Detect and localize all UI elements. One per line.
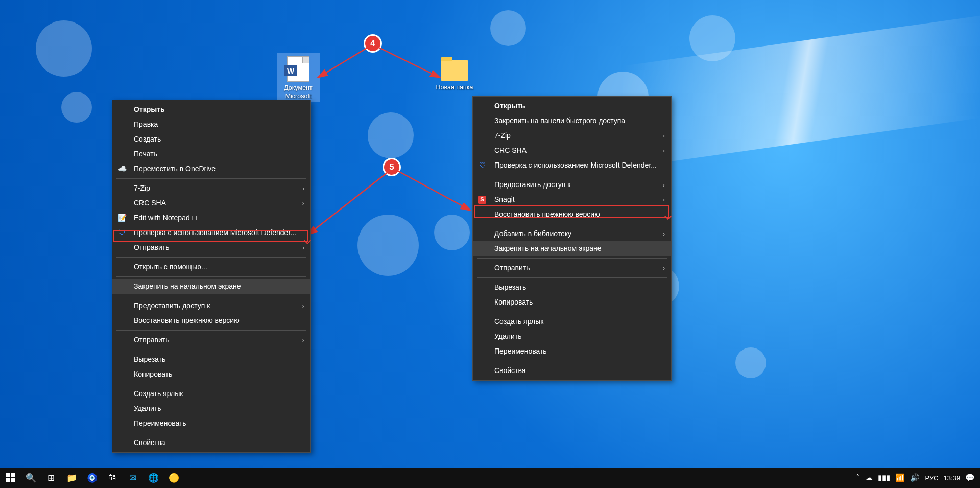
menu-defender[interactable]: 🛡 Проверка с использованием Microsoft De… bbox=[473, 158, 671, 173]
onedrive-icon: ☁️ bbox=[117, 165, 127, 174]
taskbar-app-mail[interactable]: ✉ bbox=[123, 468, 143, 488]
language-indicator[interactable]: РУС bbox=[925, 474, 938, 482]
menu-open-with[interactable]: Открыть с помощью... bbox=[112, 260, 310, 274]
menu-create[interactable]: Создать bbox=[112, 132, 310, 147]
menu-send[interactable]: Отправить› bbox=[112, 240, 310, 255]
menu-grant-access[interactable]: Предоставить доступ к› bbox=[112, 298, 310, 313]
chevron-right-icon: › bbox=[663, 131, 665, 141]
menu-send-to[interactable]: Отправить› bbox=[112, 333, 310, 347]
menu-properties[interactable]: Свойства bbox=[112, 435, 310, 450]
menu-7zip[interactable]: 7-Zip› bbox=[473, 128, 671, 143]
menu-rename[interactable]: Переименовать bbox=[473, 344, 671, 359]
taskbar: 🔍 ⊞ 📁 🧿 🛍 ✉ 🌐 🟡 ˄ ☁ ▮▮▮ 📶 🔊 РУС 13:39 💬 bbox=[0, 468, 980, 488]
chevron-right-icon: › bbox=[663, 180, 665, 190]
annotation-badge-4: 4 bbox=[365, 36, 380, 51]
search-button[interactable]: 🔍 bbox=[20, 468, 41, 488]
defender-shield-icon: 🛡 bbox=[478, 161, 487, 170]
menu-notepadpp[interactable]: 📝 Edit with Notepad++ bbox=[112, 211, 310, 225]
menu-pin-to-start[interactable]: Закрепить на начальном экране bbox=[112, 279, 310, 294]
defender-shield-icon: 🛡 bbox=[117, 228, 127, 238]
task-view-button[interactable]: ⊞ bbox=[41, 468, 61, 488]
task-view-icon: ⊞ bbox=[47, 473, 55, 483]
menu-copy[interactable]: Копировать bbox=[112, 367, 310, 382]
chevron-right-icon: › bbox=[663, 195, 665, 205]
menu-copy[interactable]: Копировать bbox=[473, 295, 671, 310]
chevron-right-icon: › bbox=[302, 335, 304, 345]
menu-send-to[interactable]: Отправить› bbox=[473, 261, 671, 275]
file-explorer-icon: 📁 bbox=[66, 473, 77, 483]
clock[interactable]: 13:39 bbox=[943, 474, 960, 482]
menu-open[interactable]: Открыть bbox=[112, 102, 310, 117]
start-button[interactable] bbox=[0, 468, 20, 488]
svg-rect-7 bbox=[11, 478, 15, 482]
menu-delete[interactable]: Удалить bbox=[112, 401, 310, 416]
action-center-icon[interactable]: 💬 bbox=[965, 473, 975, 482]
menu-delete[interactable]: Удалить bbox=[473, 329, 671, 344]
menu-restore-prev[interactable]: Восстановить прежнюю версию bbox=[473, 207, 671, 222]
svg-rect-4 bbox=[6, 473, 10, 477]
chevron-right-icon: › bbox=[663, 229, 665, 239]
taskbar-app-chrome[interactable]: 🟡 bbox=[163, 468, 184, 488]
search-icon: 🔍 bbox=[26, 473, 36, 483]
chevron-right-icon: › bbox=[663, 263, 665, 273]
context-menu-folder: Открыть Закрепить на панели быстрого дос… bbox=[472, 96, 672, 381]
chevron-right-icon: › bbox=[663, 146, 665, 156]
menu-7zip[interactable]: 7-Zip› bbox=[112, 181, 310, 196]
snagit-icon: S bbox=[478, 196, 486, 204]
menu-onedrive[interactable]: ☁️ Переместить в OneDrive bbox=[112, 161, 310, 176]
desktop-icon-word-doc[interactable]: Документ Microsoft bbox=[277, 53, 320, 102]
menu-open[interactable]: Открыть bbox=[473, 99, 671, 113]
menu-edit[interactable]: Правка bbox=[112, 117, 310, 132]
store-icon: 🛍 bbox=[108, 473, 117, 483]
menu-crcsha[interactable]: CRC SHA› bbox=[473, 143, 671, 158]
menu-create-shortcut[interactable]: Создать ярлык bbox=[112, 386, 310, 401]
desktop-icon-label: Новая папка bbox=[433, 84, 476, 92]
onedrive-tray-icon[interactable]: ☁ bbox=[865, 473, 873, 482]
menu-crcsha[interactable]: CRC SHA› bbox=[112, 196, 310, 211]
battery-icon[interactable]: ▮▮▮ bbox=[878, 473, 890, 482]
system-tray: ˄ ☁ ▮▮▮ 📶 🔊 РУС 13:39 💬 bbox=[856, 473, 980, 482]
chrome-icon: 🟡 bbox=[169, 473, 179, 483]
svg-rect-6 bbox=[6, 478, 10, 482]
folder-icon bbox=[441, 60, 468, 81]
menu-rename[interactable]: Переименовать bbox=[112, 416, 310, 431]
menu-restore-prev[interactable]: Восстановить прежнюю версию bbox=[112, 313, 310, 328]
menu-create-shortcut[interactable]: Создать ярлык bbox=[473, 314, 671, 329]
taskbar-app-explorer[interactable]: 📁 bbox=[61, 468, 82, 488]
menu-snagit[interactable]: S Snagit› bbox=[473, 192, 671, 207]
context-menu-file: Открыть Правка Создать Печать ☁️ Перемес… bbox=[112, 100, 311, 453]
mail-icon: ✉ bbox=[129, 473, 136, 483]
taskbar-app-edge[interactable]: 🌐 bbox=[143, 468, 163, 488]
menu-cut[interactable]: Вырезать bbox=[112, 352, 310, 367]
app-icon: 🧿 bbox=[87, 473, 98, 483]
svg-line-0 bbox=[318, 48, 368, 78]
chevron-right-icon: › bbox=[302, 243, 304, 253]
menu-print[interactable]: Печать bbox=[112, 147, 310, 161]
desktop-icon-folder[interactable]: Новая папка bbox=[433, 55, 476, 92]
notepadpp-icon: 📝 bbox=[117, 214, 127, 223]
annotation-badge-5: 5 bbox=[384, 159, 399, 175]
menu-defender[interactable]: 🛡 Проверка с использованием Microsoft De… bbox=[112, 225, 310, 240]
chevron-right-icon: › bbox=[302, 183, 304, 194]
taskbar-app[interactable]: 🧿 bbox=[82, 468, 102, 488]
tray-chevron-up-icon[interactable]: ˄ bbox=[856, 473, 860, 482]
word-icon bbox=[287, 56, 309, 82]
menu-grant-access[interactable]: Предоставить доступ к› bbox=[473, 177, 671, 192]
menu-pin-to-start[interactable]: Закрепить на начальном экране bbox=[473, 241, 671, 256]
chevron-right-icon: › bbox=[302, 198, 304, 208]
menu-add-to-library[interactable]: Добавить в библиотеку› bbox=[473, 226, 671, 241]
svg-line-3 bbox=[398, 171, 471, 211]
taskbar-app-store[interactable]: 🛍 bbox=[102, 468, 123, 488]
chevron-right-icon: › bbox=[302, 301, 304, 311]
edge-icon: 🌐 bbox=[148, 473, 159, 483]
wifi-icon[interactable]: 📶 bbox=[895, 473, 905, 482]
svg-line-1 bbox=[379, 48, 440, 78]
menu-cut[interactable]: Вырезать bbox=[473, 280, 671, 295]
desktop-icon-label: Документ Microsoft bbox=[277, 84, 320, 100]
volume-icon[interactable]: 🔊 bbox=[910, 473, 920, 482]
menu-pin-quick-access[interactable]: Закрепить на панели быстрого доступа bbox=[473, 113, 671, 128]
svg-rect-5 bbox=[11, 473, 15, 477]
menu-properties[interactable]: Свойства bbox=[473, 363, 671, 378]
